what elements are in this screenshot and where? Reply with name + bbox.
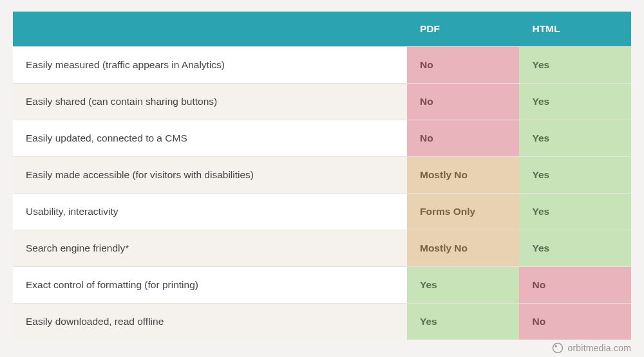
header-html: HTML (519, 12, 631, 47)
header-blank (13, 12, 407, 47)
orbit-logo-icon (552, 342, 564, 354)
cell-pdf: Mostly No (407, 230, 519, 267)
cell-pdf: Yes (407, 267, 519, 304)
table-row: Exact control of formatting (for printin… (13, 267, 631, 304)
cell-html: Yes (519, 84, 631, 120)
row-label: Usability, interactivity (13, 194, 407, 230)
table-header-row: PDF HTML (13, 12, 631, 47)
cell-pdf: Mostly No (407, 157, 519, 194)
cell-html: Yes (519, 47, 631, 84)
cell-html: Yes (519, 230, 631, 267)
row-label: Easily made accessible (for visitors wit… (13, 157, 407, 194)
cell-html: No (519, 267, 631, 304)
comparison-table: PDF HTML Easily measured (traffic appear… (13, 12, 631, 340)
credit-text: orbitmedia.com (567, 343, 631, 353)
table-row: Search engine friendly* Mostly No Yes (13, 230, 631, 267)
svg-point-1 (555, 345, 557, 347)
table-row: Easily made accessible (for visitors wit… (13, 157, 631, 194)
cell-pdf: Forms Only (407, 194, 519, 230)
header-pdf: PDF (407, 12, 519, 47)
cell-pdf: No (407, 84, 519, 120)
table-row: Easily downloaded, read offline Yes No (13, 304, 631, 340)
table-row: Easily measured (traffic appears in Anal… (13, 47, 631, 84)
cell-html: Yes (519, 194, 631, 230)
table-row: Easily updated, connected to a CMS No Ye… (13, 120, 631, 157)
cell-html: Yes (519, 120, 631, 157)
row-label: Easily updated, connected to a CMS (13, 120, 407, 157)
credit-footer: orbitmedia.com (13, 342, 631, 354)
row-label: Easily shared (can contain sharing butto… (13, 84, 407, 120)
cell-html: Yes (519, 157, 631, 194)
table: PDF HTML Easily measured (traffic appear… (13, 12, 631, 340)
cell-pdf: Yes (407, 304, 519, 340)
cell-pdf: No (407, 47, 519, 84)
table-row: Usability, interactivity Forms Only Yes (13, 194, 631, 230)
row-label: Exact control of formatting (for printin… (13, 267, 407, 304)
cell-pdf: No (407, 120, 519, 157)
cell-html: No (519, 304, 631, 340)
row-label: Easily downloaded, read offline (13, 304, 407, 340)
svg-point-0 (553, 343, 563, 353)
table-row: Easily shared (can contain sharing butto… (13, 84, 631, 120)
row-label: Easily measured (traffic appears in Anal… (13, 47, 407, 84)
row-label: Search engine friendly* (13, 230, 407, 267)
